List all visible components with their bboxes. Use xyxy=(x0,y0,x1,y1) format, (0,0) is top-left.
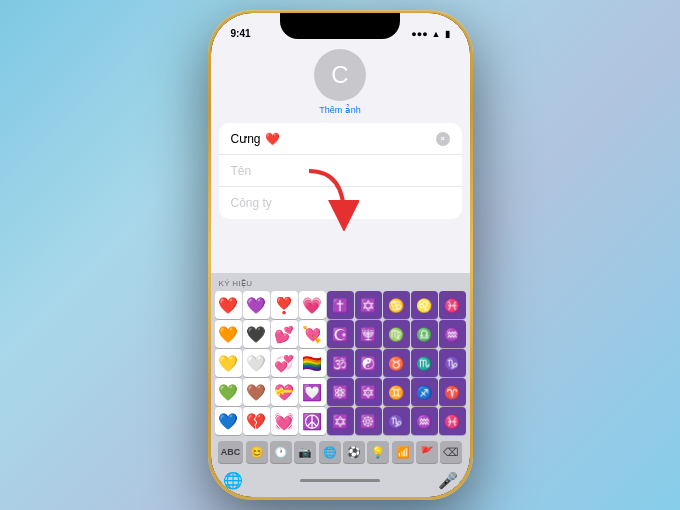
name-field[interactable]: Cưng ❤️ × xyxy=(219,123,462,155)
status-time: 9:41 xyxy=(231,28,251,39)
emoji-purple-heart[interactable]: 💜 xyxy=(243,291,270,319)
sports-button[interactable]: ⚽ xyxy=(343,441,365,463)
emoji-star-david[interactable]: ✡️ xyxy=(355,291,382,319)
emoji-atom[interactable]: ⚛️ xyxy=(327,378,354,406)
emoji-gemini[interactable]: ♊ xyxy=(383,378,410,406)
emoji-yin-yang[interactable]: ☯️ xyxy=(355,349,382,377)
emoji-keyboard: KÝ HIỆU ❤️ 💜 ❣️ 💗 ✝️ ✡️ ♋ ♌ ♓ 🧡 🖤 xyxy=(211,273,470,497)
notch xyxy=(280,13,400,39)
photo-button[interactable]: 📷 xyxy=(294,441,316,463)
emoji-button[interactable]: 😊 xyxy=(246,441,268,463)
first-name-placeholder: Tên xyxy=(231,164,450,178)
section-label: KÝ HIỆU xyxy=(215,279,466,291)
emoji-broken-heart[interactable]: 💔 xyxy=(243,407,270,435)
emoji-taurus[interactable]: ♉ xyxy=(383,349,410,377)
battery-icon: ▮ xyxy=(445,29,450,39)
emoji-yellow-heart[interactable]: 💛 xyxy=(215,349,242,377)
company-field[interactable]: Công ty xyxy=(219,187,462,219)
bulb-button[interactable]: 💡 xyxy=(367,441,389,463)
emoji-star-david2[interactable]: ✡️ xyxy=(327,407,354,435)
emoji-sparkling-heart[interactable]: 💗 xyxy=(299,291,326,319)
status-icons: ●●● ▲ ▮ xyxy=(411,29,449,39)
company-placeholder: Công ty xyxy=(231,196,450,210)
emoji-rainbow-flag[interactable]: 🏳️‍🌈 xyxy=(299,349,326,377)
emoji-revolving-hearts[interactable]: 💞 xyxy=(271,349,298,377)
emoji-heart-decoration[interactable]: 💟 xyxy=(299,378,326,406)
emoji-blue-heart[interactable]: 💙 xyxy=(215,407,242,435)
emoji-extra1[interactable]: ♓ xyxy=(439,291,466,319)
emoji-orange-heart[interactable]: 🧡 xyxy=(215,320,242,348)
add-photo-label[interactable]: Thêm ảnh xyxy=(319,105,361,115)
emoji-brown-heart[interactable]: 🤎 xyxy=(243,378,270,406)
bars-button[interactable]: 📶 xyxy=(392,441,414,463)
emoji-heart-exclaim[interactable]: ❣️ xyxy=(271,291,298,319)
emoji-sagittarius2[interactable]: ♓ xyxy=(439,407,466,435)
signal-icon: ●●● xyxy=(411,29,427,39)
name-value: Cưng ❤️ xyxy=(231,132,436,146)
heart-emoji: ❤️ xyxy=(265,132,280,146)
emoji-beating-heart[interactable]: 💓 xyxy=(271,407,298,435)
emoji-virgo[interactable]: ♍ xyxy=(383,320,410,348)
emoji-red-heart[interactable]: ❤️ xyxy=(215,291,242,319)
emoji-green-heart[interactable]: 💚 xyxy=(215,378,242,406)
clock-button[interactable]: 🕐 xyxy=(270,441,292,463)
emoji-extra3[interactable]: ♑ xyxy=(439,349,466,377)
emoji-two-hearts[interactable]: 💕 xyxy=(271,320,298,348)
clear-button[interactable]: × xyxy=(436,132,450,146)
globe-icon[interactable]: 🌐 xyxy=(223,471,243,490)
contact-form: C Thêm ảnh Cưng ❤️ × Tên xyxy=(211,43,470,273)
phone-frame: 9:41 ●●● ▲ ▮ C Thêm ảnh Cưng xyxy=(208,10,473,500)
home-indicator xyxy=(300,479,380,482)
emoji-leo[interactable]: ♌ xyxy=(411,291,438,319)
abc-button[interactable]: ABC xyxy=(218,441,244,463)
emoji-white-heart[interactable]: 🤍 xyxy=(243,349,270,377)
emoji-sagittarius[interactable]: ♐ xyxy=(411,378,438,406)
delete-button[interactable]: ⌫ xyxy=(440,441,462,463)
emoji-dotted-star[interactable]: 🔯 xyxy=(355,378,382,406)
avatar[interactable]: C xyxy=(314,49,366,101)
first-name-field[interactable]: Tên xyxy=(219,155,462,187)
emoji-menorah[interactable]: 🕎 xyxy=(355,320,382,348)
emoji-heart-ribbon[interactable]: 💝 xyxy=(271,378,298,406)
emoji-extra4[interactable]: ♈ xyxy=(439,378,466,406)
emoji-grid: ❤️ 💜 ❣️ 💗 ✝️ ✡️ ♋ ♌ ♓ 🧡 🖤 💕 💘 ☪️ 🕎 xyxy=(215,291,466,435)
emoji-cancer[interactable]: ♋ xyxy=(383,291,410,319)
emoji-heart-arrow[interactable]: 💘 xyxy=(299,320,326,348)
emoji-wheel[interactable]: ☸️ xyxy=(355,407,382,435)
globe-toolbar-button[interactable]: 🌐 xyxy=(319,441,341,463)
emoji-scorpio[interactable]: ♏ xyxy=(411,349,438,377)
avatar-letter: C xyxy=(331,61,348,89)
emoji-peace[interactable]: ☮️ xyxy=(299,407,326,435)
form-section: Cưng ❤️ × Tên Công ty xyxy=(219,123,462,219)
emoji-aquarius[interactable]: ♒ xyxy=(411,407,438,435)
emoji-cross[interactable]: ✝️ xyxy=(327,291,354,319)
emoji-libra[interactable]: ♎ xyxy=(411,320,438,348)
keyboard-bottom: 🌐 🎤 xyxy=(215,468,466,493)
emoji-extra2[interactable]: ♒ xyxy=(439,320,466,348)
emoji-crescent[interactable]: ☪️ xyxy=(327,320,354,348)
microphone-icon[interactable]: 🎤 xyxy=(438,471,458,490)
wifi-icon: ▲ xyxy=(432,29,441,39)
keyboard-toolbar: ABC 😊 🕐 📷 🌐 ⚽ 💡 📶 🚩 ⌫ xyxy=(215,438,466,466)
emoji-om[interactable]: 🕉️ xyxy=(327,349,354,377)
flag-button[interactable]: 🚩 xyxy=(416,441,438,463)
emoji-capricorn[interactable]: ♑ xyxy=(383,407,410,435)
emoji-black-heart[interactable]: 🖤 xyxy=(243,320,270,348)
